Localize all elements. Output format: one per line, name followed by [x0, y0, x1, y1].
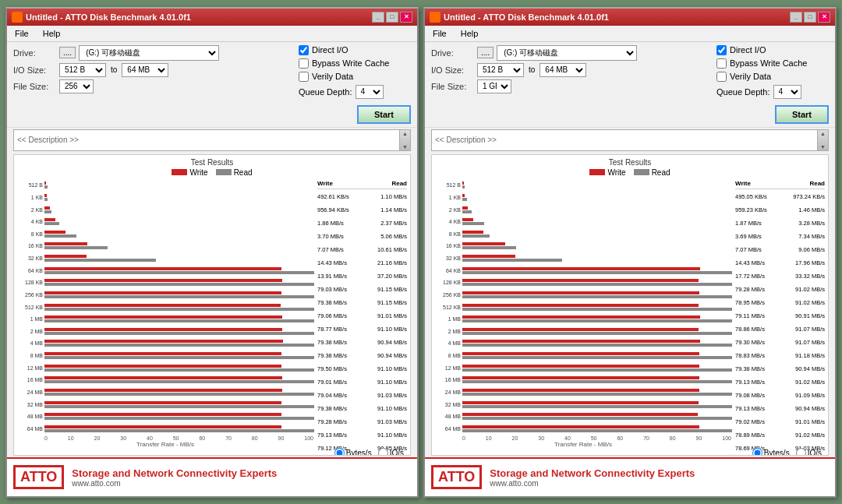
queue-select[interactable]: 4 [356, 85, 384, 99]
direct-io-checkbox[interactable] [299, 45, 309, 55]
minimize-button[interactable]: _ [372, 12, 384, 23]
file-size-select[interactable]: 1 GB [477, 79, 511, 93]
read-bar [44, 429, 314, 432]
bar-container [462, 241, 732, 252]
write-value: 14.43 MB/s [317, 259, 347, 266]
write-legend: Write [589, 168, 625, 177]
direct-io-checkbox[interactable] [716, 45, 727, 55]
maximize-button[interactable]: □ [386, 12, 398, 23]
x-axis-label: 80 [670, 435, 676, 441]
bypass-write-checkbox[interactable] [299, 58, 309, 69]
x-axis-label: 70 [643, 435, 649, 441]
bypass-write-checkbox[interactable] [716, 58, 727, 69]
menu-item-file[interactable]: File [12, 27, 32, 40]
verify-data-checkbox[interactable] [716, 72, 727, 82]
chart-area: Test Results Write Read 512 B 1 [431, 154, 829, 456]
start-button[interactable]: Start [775, 105, 829, 124]
read-value: 10.61 MB/s [377, 246, 407, 253]
bar-row: 512 B [435, 180, 732, 192]
read-value: 91.03 MB/s [377, 392, 407, 399]
read-bar [462, 380, 732, 383]
menu-item-help[interactable]: Help [40, 27, 64, 40]
read-value: 5.06 MB/s [380, 233, 407, 240]
io-size-to-select[interactable]: 64 MB [122, 63, 168, 77]
bar-label: 2 MB [435, 329, 461, 334]
read-bar [44, 259, 156, 262]
results-header: Write Read [317, 180, 407, 189]
file-size-row: File Size: 1 GB [431, 79, 704, 93]
x-axis-label: 0 [462, 435, 465, 441]
verify-data-label: Verily Data [312, 72, 353, 81]
app-icon [430, 12, 440, 23]
verify-data-checkbox[interactable] [299, 72, 309, 82]
read-bar [462, 308, 732, 311]
results-row: 956.94 KB/s 1.14 MB/s [317, 203, 407, 217]
results-row: 79.03 MB/s 91.15 MB/s [317, 283, 407, 296]
verify-data-label: Verily Data [730, 72, 771, 81]
close-button[interactable]: ✕ [818, 12, 830, 23]
bytes-radio[interactable] [334, 448, 345, 456]
results-row: 1.87 MB/s 3.28 MB/s [735, 217, 825, 230]
x-axis-label: 10 [68, 435, 74, 441]
io-size-from-select[interactable]: 512 B [477, 63, 524, 77]
drive-select[interactable]: (G:) 可移动磁盘 [79, 45, 219, 61]
results-row: 495.05 KB/s 973.24 KB/s [735, 190, 825, 203]
file-size-select[interactable]: 256 MB [59, 79, 94, 93]
bar-label: 16 KB [17, 243, 43, 248]
bar-row: 24 MB [17, 386, 314, 398]
file-size-label: File Size: [431, 82, 474, 91]
footer-bar: ATTO Storage and Network Connectivity Ex… [7, 457, 417, 496]
menu-item-file[interactable]: File [430, 27, 450, 40]
bar-row: 16 MB [435, 375, 732, 386]
chart-legend: Write Read [435, 168, 825, 177]
results-row: 79.38 MB/s 90.94 MB/s [317, 336, 407, 349]
drive-row: Drive: .... (G:) 可移动磁盘 [431, 45, 704, 61]
bar-label: 128 KB [435, 280, 461, 285]
bypass-write-label: Bypass Write Cache [312, 58, 389, 68]
io-radio[interactable] [378, 448, 388, 456]
write-value: 78.83 MB/s [735, 352, 765, 359]
bar-row: 12 MB [17, 362, 314, 374]
minimize-button[interactable]: _ [790, 12, 802, 23]
write-bar [462, 291, 699, 294]
bar-container [44, 375, 314, 386]
io-size-from-select[interactable]: 512 B [59, 63, 106, 77]
scroll-up-arrow: ▲ [402, 131, 408, 136]
direct-io-row: Direct I/O [299, 45, 411, 55]
read-value: 91.02 MB/s [795, 379, 825, 386]
write-bar [44, 352, 281, 355]
footer-url: www.atto.com [490, 479, 695, 488]
drive-browse-button[interactable]: .... [477, 47, 494, 58]
bytes-radio[interactable] [752, 448, 762, 456]
maximize-button[interactable]: □ [804, 12, 816, 23]
menu-item-help[interactable]: Help [458, 27, 482, 40]
drive-label: Drive: [431, 48, 474, 58]
bar-row: 48 MB [17, 411, 314, 422]
drive-browse-button[interactable]: .... [59, 47, 76, 58]
description-scrollbar[interactable]: ▲ ▼ [817, 130, 828, 150]
drive-select[interactable]: (G:) 可移动磁盘 [497, 45, 637, 61]
write-bar [44, 401, 281, 404]
io-size-to-select[interactable]: 64 MB [540, 63, 586, 77]
start-button[interactable]: Start [357, 105, 411, 124]
read-bar [462, 222, 484, 225]
results-row: 7.07 MB/s 9.06 MB/s [735, 243, 825, 256]
read-value: 91.18 MB/s [795, 352, 825, 359]
write-bar [462, 401, 699, 404]
controls-top: Drive: .... (G:) 可移动磁盘 I/O Size: 512 B t… [7, 42, 417, 128]
description-scrollbar[interactable]: ▲ ▼ [399, 130, 410, 150]
read-bar [44, 417, 314, 420]
footer-text-block: Storage and Network Connectivity Experts… [490, 467, 695, 488]
results-row: 79.38 MB/s 91.10 MB/s [317, 402, 407, 415]
close-button[interactable]: ✕ [400, 12, 412, 23]
chart-legend: Write Read [17, 168, 407, 177]
bar-row: 512 KB [435, 301, 732, 313]
bar-container [462, 326, 732, 337]
read-value: 91.01 MB/s [377, 312, 407, 319]
bar-container [462, 423, 732, 435]
read-bar [462, 259, 562, 262]
read-bar [462, 405, 732, 408]
queue-select[interactable]: 4 [773, 85, 801, 99]
io-radio[interactable] [796, 448, 806, 456]
bar-label: 512 B [17, 182, 43, 188]
